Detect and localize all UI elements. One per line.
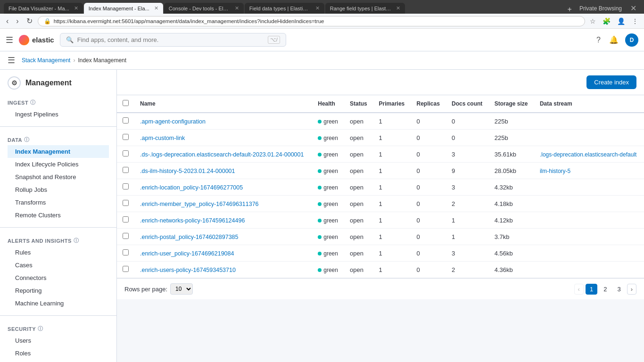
- replicas-cell: 0: [411, 229, 446, 245]
- docs-count-cell: 0: [446, 113, 489, 130]
- sidebar-item-snapshot-and-restore[interactable]: Snapshot and Restore: [8, 171, 109, 183]
- table-row: .enrich-user_policy-1674696219084greenop…: [117, 245, 644, 262]
- column-header-Data stream[interactable]: Data stream: [534, 95, 644, 113]
- page-prev-button[interactable]: ‹: [574, 284, 584, 295]
- sidebar-item-connectors[interactable]: Connectors: [8, 272, 109, 284]
- back-button[interactable]: ‹: [4, 16, 11, 26]
- column-header-Name[interactable]: Name: [134, 95, 312, 113]
- row-checkbox[interactable]: [123, 134, 129, 140]
- row-checkbox[interactable]: [123, 233, 129, 239]
- row-checkbox-cell[interactable]: [117, 179, 134, 196]
- row-checkbox[interactable]: [123, 117, 129, 123]
- row-checkbox-cell[interactable]: [117, 262, 134, 278]
- hamburger-menu-button[interactable]: ☰: [6, 35, 13, 45]
- sidebar-item-remote-clusters[interactable]: Remote Clusters: [8, 209, 109, 222]
- row-checkbox[interactable]: [123, 249, 129, 255]
- page-number-button-1[interactable]: 1: [586, 284, 597, 295]
- browser-tab-tab4[interactable]: Field data types | Elastic Se...✕: [245, 3, 324, 14]
- data-stream-cell: [534, 245, 644, 262]
- browser-tab-tab5[interactable]: Range field types | Elastic...✕: [325, 3, 405, 14]
- row-checkbox-cell[interactable]: [117, 245, 134, 262]
- sidebar-item-transforms[interactable]: Transforms: [8, 196, 109, 209]
- page-number-button-2[interactable]: 2: [599, 284, 611, 295]
- data-stream-link[interactable]: .logs-deprecation.elasticsearch-default: [540, 151, 636, 158]
- column-header-Storage size[interactable]: Storage size: [489, 95, 534, 113]
- row-checkbox[interactable]: [123, 266, 129, 272]
- tab-close-icon[interactable]: ✕: [154, 5, 158, 11]
- bookmark-button[interactable]: ☆: [588, 16, 598, 26]
- create-index-button[interactable]: Create index: [586, 75, 636, 89]
- index-name-link[interactable]: .ds-.logs-deprecation.elasticsearch-defa…: [140, 151, 304, 158]
- index-name-link[interactable]: .enrich-postal_policy-1674602897385: [140, 234, 238, 240]
- sidebar-section-header: Alerts and Insightsⓘ: [8, 237, 109, 244]
- profile-button[interactable]: 👤: [615, 16, 627, 26]
- select-all-checkbox[interactable]: [123, 100, 129, 106]
- row-checkbox[interactable]: [123, 183, 129, 189]
- row-checkbox-cell[interactable]: [117, 212, 134, 229]
- sidebar-item-cases[interactable]: Cases: [8, 259, 109, 272]
- index-name-link[interactable]: .ds-ilm-history-5-2023.01.24-000001: [140, 168, 235, 174]
- column-header-Docs count[interactable]: Docs count: [446, 95, 489, 113]
- row-checkbox-cell[interactable]: [117, 229, 134, 245]
- browser-tab-tab1[interactable]: File Data Visualizer - Ma...✕: [4, 3, 83, 14]
- sidebar-item-machine-learning[interactable]: Machine Learning: [8, 297, 109, 310]
- health-label: green: [323, 151, 338, 158]
- row-checkbox[interactable]: [123, 216, 129, 222]
- column-header-Replicas[interactable]: Replicas: [411, 95, 446, 113]
- sidebar-section-alerts-and-insights: Alerts and InsightsⓘRulesCasesConnectors…: [0, 231, 116, 312]
- page-next-button[interactable]: ›: [627, 284, 636, 295]
- storage-size-cell: 4.32kb: [489, 179, 534, 196]
- sidebar-item-reporting[interactable]: Reporting: [8, 284, 109, 297]
- menu-button[interactable]: ⋮: [630, 16, 640, 26]
- sidebar-item-index-management[interactable]: Index Management: [8, 145, 109, 158]
- column-header-Primaries[interactable]: Primaries: [373, 95, 411, 113]
- index-name-link[interactable]: .enrich-member_type_policy-1674696311376: [140, 201, 259, 207]
- data-stream-link[interactable]: ilm-history-5: [540, 168, 570, 174]
- column-header-Status[interactable]: Status: [344, 95, 373, 113]
- rows-per-page-select[interactable]: 10 25 50: [170, 283, 193, 295]
- sidebar-item-index-lifecycle-policies[interactable]: Index Lifecycle Policies: [8, 158, 109, 171]
- row-checkbox-cell[interactable]: [117, 163, 134, 179]
- replicas-cell: 0: [411, 196, 446, 212]
- sidebar-item-users[interactable]: Users: [8, 334, 109, 347]
- browser-tab-tab3[interactable]: Console - Dev tools - Ela...✕: [164, 3, 244, 14]
- search-input[interactable]: [77, 36, 264, 43]
- user-avatar[interactable]: D: [625, 33, 638, 47]
- index-name-link[interactable]: .apm-custom-link: [140, 135, 185, 141]
- url-bar[interactable]: 🔒 https://kibana.evermight.net:5601/app/…: [38, 16, 585, 26]
- sidebar-item-roles[interactable]: Roles: [8, 347, 109, 360]
- index-name-link[interactable]: .enrich-users-policy-1674593453710: [140, 267, 236, 273]
- notifications-button[interactable]: 🔔: [607, 33, 620, 46]
- sidebar-item-ingest-pipelines[interactable]: Ingest Pipelines: [8, 108, 109, 121]
- global-search-bar[interactable]: 🔍 ⌥/: [60, 33, 286, 47]
- tab-close-icon[interactable]: ✕: [315, 5, 320, 11]
- new-tab-button[interactable]: +: [565, 5, 575, 14]
- row-checkbox-cell[interactable]: [117, 113, 134, 130]
- health-cell: green: [312, 179, 344, 196]
- tab-close-icon[interactable]: ✕: [74, 5, 78, 11]
- column-header-Health[interactable]: Health: [312, 95, 344, 113]
- browser-tab-tab2[interactable]: Index Management - Ela...✕: [84, 3, 163, 14]
- help-button[interactable]: ?: [594, 34, 603, 46]
- tab-close-icon[interactable]: ✕: [235, 5, 239, 11]
- breadcrumb-stack-management[interactable]: Stack Management: [22, 57, 70, 64]
- index-name-link[interactable]: .enrich-networks-policy-1674596124496: [140, 217, 245, 224]
- row-checkbox[interactable]: [123, 150, 129, 156]
- sidebar-item-rules[interactable]: Rules: [8, 246, 109, 259]
- row-checkbox-cell[interactable]: [117, 146, 134, 163]
- sidebar-toggle-button[interactable]: ☰: [8, 55, 15, 66]
- index-name-link[interactable]: .apm-agent-configuration: [140, 118, 206, 125]
- reload-button[interactable]: ↻: [24, 16, 35, 26]
- close-window-button[interactable]: ✕: [627, 3, 640, 14]
- forward-button[interactable]: ›: [14, 16, 21, 26]
- row-checkbox[interactable]: [123, 167, 129, 173]
- row-checkbox-cell[interactable]: [117, 130, 134, 146]
- tab-close-icon[interactable]: ✕: [396, 5, 400, 11]
- index-name-link[interactable]: .enrich-location_policy-1674696277005: [140, 184, 243, 191]
- sidebar-item-rollup-jobs[interactable]: Rollup Jobs: [8, 183, 109, 196]
- row-checkbox[interactable]: [123, 200, 129, 206]
- extensions-button[interactable]: 🧩: [601, 16, 612, 26]
- page-number-button-3[interactable]: 3: [613, 284, 625, 295]
- row-checkbox-cell[interactable]: [117, 196, 134, 212]
- index-name-link[interactable]: .enrich-user_policy-1674696219084: [140, 250, 234, 257]
